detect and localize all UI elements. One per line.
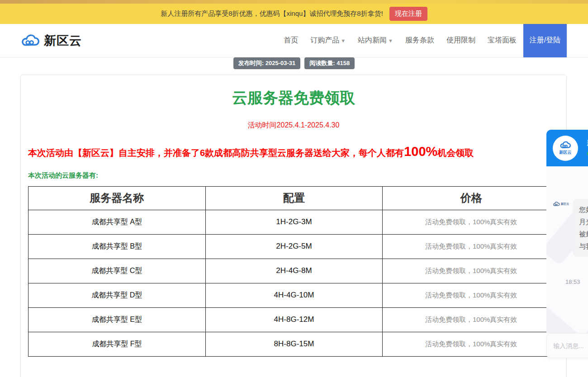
server-price: 活动免费领取，100%真实有效 bbox=[383, 210, 560, 234]
chat-input-panel bbox=[546, 333, 588, 358]
intro-highlight: 100% bbox=[404, 144, 437, 159]
table-row: 成都共享型 E型 4H-8G-12M 活动免费领取，100%真实有效 bbox=[28, 307, 560, 332]
nav-item-baota[interactable]: 宝塔面板 bbox=[488, 36, 517, 45]
agent-avatar-text: 新区云 bbox=[561, 202, 569, 206]
brand-name: 新区云 bbox=[44, 33, 82, 49]
nav-menu: 首页 订购产品▼ 站内新闻▼ 服务条款 使用限制 宝塔面板 bbox=[284, 36, 517, 45]
publish-date-badge: 发布时间: 2025-03-31 bbox=[233, 57, 300, 69]
nav-item-news[interactable]: 站内新闻▼ bbox=[358, 36, 393, 45]
col-header-server-name: 服务器名称 bbox=[28, 186, 206, 210]
activity-intro: 本次活动由【新区云】自主安排，并准备了6款成都高防共享型云服务器送给大家，每个人… bbox=[28, 143, 559, 160]
agent-avatar: 新区云 bbox=[553, 202, 569, 207]
chat-message-input[interactable] bbox=[553, 342, 588, 349]
background-pattern bbox=[546, 302, 583, 333]
table-row: 成都共享型 F型 8H-8G-15M 活动免费领取，100%真实有效 bbox=[28, 332, 560, 356]
message-line: 与我 bbox=[579, 240, 588, 252]
chevron-down-icon: ▼ bbox=[341, 38, 346, 43]
banner-accent-strip bbox=[0, 0, 588, 4]
nav-item-products[interactable]: 订购产品▼ bbox=[310, 36, 346, 45]
server-price: 活动免费领取，100%真实有效 bbox=[383, 307, 560, 332]
table-row: 成都共享型 C型 2H-4G-8M 活动免费领取，100%真实有效 bbox=[28, 259, 560, 283]
chat-header: 新区云 新区 在 bbox=[546, 130, 588, 166]
brand-logo[interactable]: 新区云 bbox=[20, 33, 82, 49]
col-header-config: 配置 bbox=[205, 186, 383, 210]
server-list-label: 本次活动的云服务器有: bbox=[28, 171, 559, 180]
cloud-logo-icon bbox=[20, 33, 40, 48]
server-price: 活动免费领取，100%真实有效 bbox=[383, 259, 560, 283]
chat-message: 新区云 您好 月光 被封 与我 bbox=[553, 199, 588, 257]
message-line: 被封 bbox=[579, 228, 588, 240]
navbar: 新区云 首页 订购产品▼ 站内新闻▼ 服务条款 使用限制 宝塔面板 注册/登陆 bbox=[0, 24, 588, 57]
page-title: 云服务器免费领取 bbox=[28, 88, 559, 108]
server-config: 1H-2G-3M bbox=[205, 210, 383, 234]
promo-text: 新人注册所有产品享受8折优惠，优惠码【xinqu】诚招代理免预存8折拿货! bbox=[161, 9, 383, 18]
server-name: 成都共享型 F型 bbox=[28, 332, 206, 356]
intro-prefix: 本次活动由【新区云】自主安排，并准备了6款成都高防共享型云服务器送给大家，每个人… bbox=[28, 148, 404, 158]
activity-period: 活动时间2025.4.1-2025.4.30 bbox=[28, 121, 559, 130]
article-meta: 发布时间: 2025-03-31 阅读数量: 4158 bbox=[0, 57, 588, 69]
server-name: 成都共享型 B型 bbox=[28, 234, 206, 259]
server-price: 活动免费领取，100%真实有效 bbox=[383, 332, 560, 356]
server-offer-table: 服务器名称 配置 价格 成都共享型 A型 1H-2G-3M 活动免费领取，100… bbox=[28, 186, 560, 357]
read-count-badge: 阅读数量: 4158 bbox=[304, 57, 355, 69]
server-name: 成都共享型 C型 bbox=[28, 259, 206, 283]
table-row: 成都共享型 D型 4H-4G-10M 活动免费领取，100%真实有效 bbox=[28, 283, 560, 307]
nav-item-limits[interactable]: 使用限制 bbox=[446, 36, 475, 45]
message-line: 月光 bbox=[579, 216, 588, 228]
intro-suffix: 机会领取 bbox=[437, 148, 474, 158]
server-config: 4H-8G-12M bbox=[205, 307, 383, 332]
server-name: 成都共享型 D型 bbox=[28, 283, 206, 307]
promo-banner: 新人注册所有产品享受8折优惠，优惠码【xinqu】诚招代理免预存8折拿货! 现在… bbox=[0, 4, 588, 24]
avatar-brand-text: 新区云 bbox=[560, 150, 572, 156]
server-name: 成都共享型 E型 bbox=[28, 307, 206, 332]
nav-item-terms[interactable]: 服务条款 bbox=[405, 36, 434, 45]
message-line: 您好 bbox=[579, 203, 588, 216]
server-config: 2H-4G-8M bbox=[205, 259, 383, 283]
server-price: 活动免费领取，100%真实有效 bbox=[383, 283, 560, 307]
avatar: 新区云 bbox=[553, 136, 578, 161]
chat-widget: 新区云 新区 在 新区云 您好 月光 bbox=[546, 130, 588, 358]
col-header-price: 价格 bbox=[383, 186, 560, 210]
table-row: 成都共享型 B型 2H-2G-5M 活动免费领取，100%真实有效 bbox=[28, 234, 560, 259]
table-header-row: 服务器名称 配置 价格 bbox=[28, 186, 560, 210]
chat-message-area: 新区云 您好 月光 被封 与我 18:53 bbox=[546, 166, 588, 333]
server-config: 4H-4G-10M bbox=[205, 283, 383, 307]
article-card: 云服务器免费领取 活动时间2025.4.1-2025.4.30 本次活动由【新区… bbox=[20, 75, 567, 377]
cloud-logo-icon bbox=[560, 141, 571, 149]
login-register-button[interactable]: 注册/登陆 bbox=[523, 24, 567, 57]
cloud-logo-icon bbox=[553, 202, 560, 207]
server-config: 2H-2G-5M bbox=[205, 234, 383, 259]
nav-item-home[interactable]: 首页 bbox=[284, 36, 298, 45]
server-config: 8H-8G-15M bbox=[205, 332, 383, 356]
server-price: 活动免费领取，100%真实有效 bbox=[383, 234, 560, 259]
register-now-button[interactable]: 现在注册 bbox=[389, 7, 427, 21]
message-timestamp: 18:53 bbox=[565, 278, 580, 285]
server-name: 成都共享型 A型 bbox=[28, 210, 206, 234]
chevron-down-icon: ▼ bbox=[388, 38, 393, 43]
table-row: 成都共享型 A型 1H-2G-3M 活动免费领取，100%真实有效 bbox=[28, 210, 560, 234]
chat-bubble: 您好 月光 被封 与我 bbox=[573, 199, 588, 257]
